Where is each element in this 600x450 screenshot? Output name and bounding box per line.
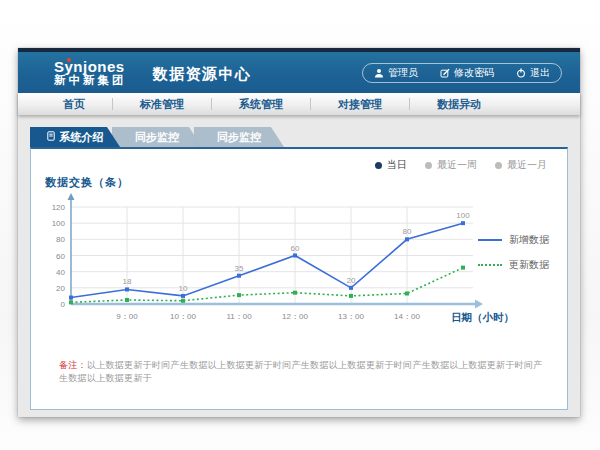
x-tick-label: 12：00 [282,312,308,321]
tab-1[interactable]: 同步监控 [112,127,202,147]
line-chart-svg: 0204060801001209：0010：0011：0012：0013：001… [31,189,531,379]
logo-wordmark: Synjones [54,59,127,75]
logo-red-dot: y [65,58,74,75]
page-title: 数据资源中心 [153,65,252,84]
legend-item-0: 新增数据 [478,233,549,247]
data-point-label: 20 [347,276,356,285]
legend-item-1: 更新数据 [478,258,549,272]
note-text: 以上数据更新于时间产生数据以上数据更新于时间产生数据以上数据更新于时间产生数据以… [59,360,543,383]
data-point-label: 18 [123,277,132,286]
nav-item-0[interactable]: 首页 [36,98,113,110]
user-action-2[interactable]: 退出 [505,66,561,80]
y-tick-label: 0 [61,300,66,309]
y-tick-label: 80 [56,235,65,244]
document-icon [47,131,55,143]
data-point-label: 35 [235,264,244,273]
tab-label: 系统介绍 [60,130,104,145]
data-point [125,287,129,291]
y-axis-arrow-icon [68,193,75,200]
user-action-1[interactable]: 修改密码 [429,66,505,80]
power-icon [516,68,526,78]
main-content: 系统介绍同步监控同步监控 当日最近一周最近一月 数据交换（条） 02040608… [18,115,580,410]
period-option-1[interactable]: 最近一周 [425,158,477,172]
tab-bar: 系统介绍同步监控同步监控 [30,127,568,147]
data-point [237,293,241,297]
x-tick-label: 13：00 [338,312,364,321]
y-tick-label: 40 [56,268,65,277]
tab-label: 同步监控 [135,130,179,145]
radio-icon [425,162,432,169]
data-point-label: 80 [403,227,412,236]
user-action-label: 退出 [530,66,550,80]
edit-icon [440,68,450,78]
user-action-label: 修改密码 [454,66,494,80]
y-tick-label: 20 [56,284,65,293]
y-axis-title: 数据交换（条） [45,175,129,190]
content-panel: 当日最近一周最近一月 数据交换（条） 0204060801001209：0010… [30,147,568,410]
period-label: 最近一周 [437,158,477,172]
y-tick-label: 100 [52,219,66,228]
company-logo: Synjones 新中新集团 [54,59,127,87]
x-tick-label: 9：00 [116,312,138,321]
data-point [405,291,409,295]
data-point [293,254,297,258]
data-point-label: 10 [179,284,188,293]
period-option-2[interactable]: 最近一月 [495,158,547,172]
data-point-label: 60 [291,244,300,253]
nav-item-1[interactable]: 标准管理 [113,98,212,110]
data-point [405,237,409,241]
period-label: 最近一月 [507,158,547,172]
note-prefix: 备注： [59,360,87,370]
app-header: Synjones 新中新集团 数据资源中心 管理员修改密码退出 [18,48,580,93]
legend-line-sample [478,239,502,241]
data-point [181,294,185,298]
data-point [461,221,465,225]
nav-item-2[interactable]: 系统管理 [212,98,311,110]
data-point-label: 100 [456,211,470,220]
radio-icon [375,162,382,169]
x-tick-label: 14：00 [394,312,420,321]
data-point [293,291,297,295]
x-axis-title: 日期（小时） [451,311,514,324]
main-nav: 首页标准管理系统管理对接管理数据异动 [18,93,580,115]
footer-note: 备注：以上数据更新于时间产生数据以上数据更新于时间产生数据以上数据更新于时间产生… [59,359,547,385]
user-actions-group: 管理员修改密码退出 [362,63,562,83]
y-tick-label: 120 [52,203,66,212]
data-point [349,286,353,290]
nav-item-3[interactable]: 对接管理 [311,98,410,110]
data-point [181,299,185,303]
user-icon [374,68,384,78]
legend-label: 更新数据 [509,258,549,272]
tab-label: 同步监控 [217,130,261,145]
data-point [349,294,353,298]
period-label: 当日 [387,158,407,172]
nav-item-4[interactable]: 数据异动 [410,98,508,110]
x-tick-label: 10：00 [170,312,196,321]
logo-company-name: 新中新集团 [54,74,127,86]
period-option-0[interactable]: 当日 [375,158,407,172]
x-axis-arrow-icon [475,300,483,309]
tab-2[interactable]: 同步监控 [194,127,284,147]
data-point [237,274,241,278]
radio-icon [495,162,502,169]
tab-0[interactable]: 系统介绍 [30,127,120,147]
data-point [461,266,465,270]
x-tick-label: 11：00 [226,312,252,321]
data-point [69,296,73,300]
y-tick-label: 60 [56,252,65,261]
legend-line-sample [478,264,502,266]
user-action-0[interactable]: 管理员 [363,66,429,80]
user-action-label: 管理员 [388,66,418,80]
data-point [125,298,129,302]
data-point [69,300,73,304]
chart-legend: 新增数据更新数据 [478,233,549,272]
period-filter-group: 当日最近一周最近一月 [375,158,547,172]
legend-label: 新增数据 [509,233,549,247]
app-window: Synjones 新中新集团 数据资源中心 管理员修改密码退出 首页标准管理系统… [18,48,580,417]
